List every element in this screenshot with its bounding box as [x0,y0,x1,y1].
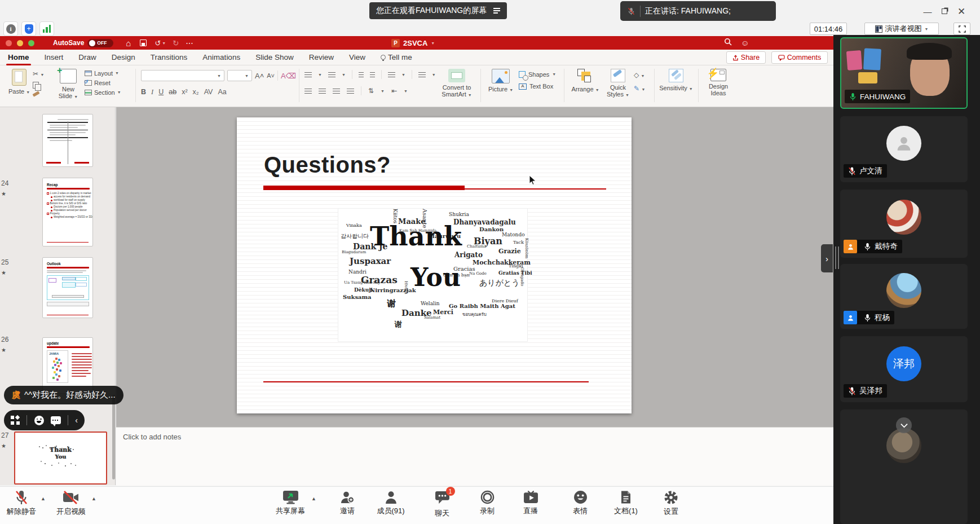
fullscreen-button[interactable] [953,23,970,35]
grow-font-icon[interactable]: A˄ [255,72,264,80]
textbox-button[interactable]: A Text Box [519,83,556,90]
tab-view[interactable]: View [349,53,365,61]
info-button[interactable]: i [3,21,18,36]
tab-transitions[interactable]: Transitions [151,53,188,61]
mac-minimize-icon[interactable] [17,40,23,46]
font-name-combo[interactable]: ▼ [141,70,224,81]
align-center-icon[interactable] [319,88,326,94]
align-text-icon[interactable]: ⇤ [391,87,397,95]
copy-icon[interactable] [33,82,39,89]
chat-message-overlay[interactable]: 虞 ^^对我在。好感动好久... [4,386,123,404]
unmute-options-caret[interactable]: ▲ [41,496,46,501]
shape-outline-icon[interactable]: ✎ ▼ [634,85,645,93]
section-button[interactable]: Section ▼ [85,89,121,96]
reset-button[interactable]: ↺Reset [85,80,121,86]
mac-zoom-icon[interactable] [28,40,34,46]
restore-button[interactable] [936,5,953,18]
layout-button[interactable]: Layout ▼ [85,70,121,77]
comments-button[interactable]: Comments [771,51,828,64]
thumbnail-slide-27-current[interactable]: Thank You [14,431,107,485]
thumbnail-slide-23[interactable] [42,114,93,167]
indent-decrease-icon[interactable] [359,72,364,77]
watching-banner[interactable]: 您正在观看FAHUIWANG的屏幕 [369,2,507,19]
shape-fill-icon[interactable]: ◇ ▼ [634,71,645,79]
participant-tile-luwenqing[interactable]: 卢文清 [840,116,968,182]
undo-icon[interactable]: ↺ [154,39,161,47]
autosave-toggle[interactable]: OFF [87,39,113,47]
redo-icon[interactable]: ↻ [173,39,179,47]
format-button-av[interactable]: AV [204,88,213,96]
indent-increase-icon[interactable] [370,72,375,77]
participant-tile-partial[interactable] [840,409,968,524]
protection-button[interactable]: + [21,21,36,36]
list-icon[interactable] [493,8,500,14]
unmute-button[interactable]: 解除静音 [0,490,43,517]
emoji-button[interactable]: 表情 [559,490,602,516]
convert-smartart-button[interactable]: Convert to SmartArt ▼ [437,69,476,99]
tab-insert[interactable]: Insert [45,53,64,61]
invite-button[interactable]: 邀请 [326,490,369,516]
layout-grid-icon[interactable] [11,416,20,425]
document-title[interactable]: P 2SVCA ▼ [391,39,435,47]
save-icon[interactable] [140,39,147,46]
format-button-aa[interactable]: Aa [218,88,226,96]
participant-tile-fahuiwang[interactable]: FAHUIWANG [840,37,968,109]
picture-button[interactable]: Picture ▼ [486,69,515,94]
format-button-x₂[interactable]: x₂ [193,88,199,96]
format-button-ab[interactable]: ab [169,88,176,96]
tab-animations[interactable]: Animations [202,53,240,61]
quick-styles-button[interactable]: Quick Styles ▼ [604,69,632,99]
members-button[interactable]: 成员(91) [369,490,412,516]
live-button[interactable]: 直播 [509,490,552,516]
cut-icon[interactable]: ✂ ▼ [33,70,44,78]
start-video-button[interactable]: 开启视频 [50,490,92,517]
numbering-icon[interactable] [328,72,336,77]
search-icon[interactable] [724,38,732,48]
format-button-b[interactable]: B [141,88,146,96]
emoji-smiley-icon[interactable] [34,416,44,425]
design-ideas-button[interactable]: ⚡ Design Ideas [703,69,734,96]
line-spacing-icon[interactable] [388,72,395,77]
shrink-font-icon[interactable]: A˅ [267,72,275,79]
format-button-x²[interactable]: x² [182,88,187,96]
more-icon[interactable]: ⋯ [186,38,194,47]
panel-drag-grip[interactable] [838,246,839,269]
notes-area[interactable]: Click to add notes [116,427,833,486]
participant-tile-chengyang[interactable]: 程杨 [840,264,968,329]
close-button[interactable]: ✕ [953,5,970,18]
text-direction-icon[interactable]: ⇅ [368,87,374,95]
format-button-u[interactable]: U [158,88,164,96]
collapse-left-icon[interactable]: ‹ [75,416,78,425]
thumbnail-slide-25[interactable]: Outlook [42,257,93,318]
tab-home[interactable]: Home [8,53,29,61]
align-right-icon[interactable] [333,88,340,94]
record-button[interactable]: 录制 [466,490,509,516]
minimize-button[interactable]: — [919,5,936,18]
participant-tile-wuzebang[interactable]: 泽邦 吴泽邦 [840,336,968,402]
chat-bubble-icon[interactable] [51,416,61,424]
slide-canvas[interactable]: Questions? Vinaka감사합니다Dank JeJuspaxarBia… [116,107,833,427]
thumbnail-slide-26[interactable]: update JAMIA [42,337,93,394]
home-icon[interactable]: ⌂ [126,38,131,48]
docs-button[interactable]: 文档(1) [604,490,647,516]
format-button-i[interactable]: I [151,88,153,96]
tab-slideshow[interactable]: Slide Show [255,53,294,61]
chat-button[interactable]: 1 聊天 [421,490,463,518]
shapes-button[interactable]: Shapes ▼ [519,71,556,78]
thumbnail-slide-24[interactable]: Recap 1 coin 2 sides on disparity in mar… [42,178,93,246]
slide[interactable]: Questions? Vinaka감사합니다Dank JeJuspaxarBia… [237,117,632,413]
clear-formatting-icon[interactable]: A⌫ [281,72,296,80]
panel-expand-tab[interactable]: › [821,244,833,272]
align-left-icon[interactable] [304,88,312,94]
video-options-caret[interactable]: ▲ [91,496,96,501]
collapse-panel-button[interactable] [896,417,912,433]
tab-review[interactable]: Review [309,53,334,61]
format-painter-icon[interactable] [33,91,40,96]
new-slide-button[interactable]: + New Slide ▼ [55,69,81,100]
sensitivity-button[interactable]: Sensitivity ▼ [659,69,694,93]
participant-tile-daiteqi[interactable]: 戴特奇 [840,190,968,258]
share-screen-button[interactable]: 共享屏幕 [269,490,312,516]
share-options-caret[interactable]: ▲ [311,496,316,501]
view-mode-select[interactable]: 演讲者视图 ▼ [864,23,939,35]
font-size-combo[interactable]: ▼ [227,70,252,81]
